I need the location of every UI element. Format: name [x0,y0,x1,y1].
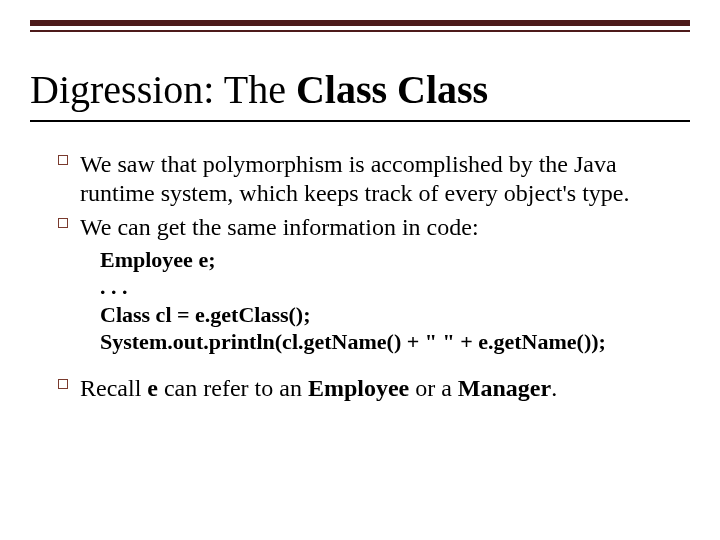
b3-mid: can refer to an [158,375,308,401]
bullet-text-2: We can get the same information in code: [80,213,680,242]
bullet-icon [46,374,80,389]
bullet-icon [46,213,80,228]
title-bold: Class Class [296,67,488,112]
code-line: . . . [100,273,680,301]
b3-mgr: Manager [458,375,551,401]
rule-thin [30,30,690,32]
code-block: Employee e; . . . Class cl = e.getClass(… [100,246,680,356]
top-rules [30,20,690,32]
b3-end: . [551,375,557,401]
b3-e: e [147,375,158,401]
list-item: We saw that polymorphism is accomplished… [46,150,680,209]
title-prefix: Digression: The [30,67,296,112]
bullet-text-3: Recall e can refer to an Employee or a M… [80,374,680,403]
slide-body: We saw that polymorphism is accomplished… [46,150,680,407]
slide: Digression: The Class Class We saw that … [0,0,720,540]
list-item: We can get the same information in code: [46,213,680,242]
bullet-icon [46,150,80,165]
code-line: Employee e; [100,246,680,274]
title-underline [30,120,690,122]
list-item: Recall e can refer to an Employee or a M… [46,374,680,403]
code-line: Class cl = e.getClass(); [100,301,680,329]
b3-or: or a [409,375,458,401]
b3-pre: Recall [80,375,147,401]
slide-title: Digression: The Class Class [30,68,690,112]
code-line: System.out.println(cl.getName() + " " + … [100,328,680,356]
bullet-text-1: We saw that polymorphism is accomplished… [80,150,680,209]
b3-emp: Employee [308,375,409,401]
rule-thick [30,20,690,26]
